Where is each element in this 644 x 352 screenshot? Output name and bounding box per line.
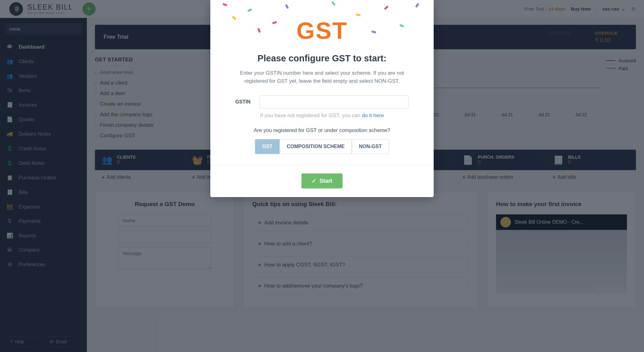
gstin-hint: If you have not registered for GST, you … xyxy=(210,112,434,119)
confetti-decoration: GST xyxy=(210,0,434,46)
modal-description: Enter your GSTIN number here and select … xyxy=(210,69,434,86)
scheme-segment: GST COMPOSITION SCHEME NON-GST xyxy=(210,139,434,154)
scheme-nongst-button[interactable]: NON-GST xyxy=(352,139,389,154)
gstin-register-link[interactable]: do it here xyxy=(362,112,384,118)
modal-heading: Please configure GST to start: xyxy=(210,53,434,64)
gst-config-modal: GST Please configure GST to start: Enter… xyxy=(210,0,434,197)
scheme-composition-button[interactable]: COMPOSITION SCHEME xyxy=(280,139,352,154)
scheme-question: Are you registered for GST or under comp… xyxy=(210,127,434,134)
start-button[interactable]: Start xyxy=(302,174,342,188)
divider xyxy=(210,165,434,165)
gstin-label: GSTIN xyxy=(235,99,251,105)
gstin-input[interactable] xyxy=(260,95,409,109)
scheme-gst-button[interactable]: GST xyxy=(255,139,280,154)
modal-gst-logo: GST xyxy=(210,17,434,44)
